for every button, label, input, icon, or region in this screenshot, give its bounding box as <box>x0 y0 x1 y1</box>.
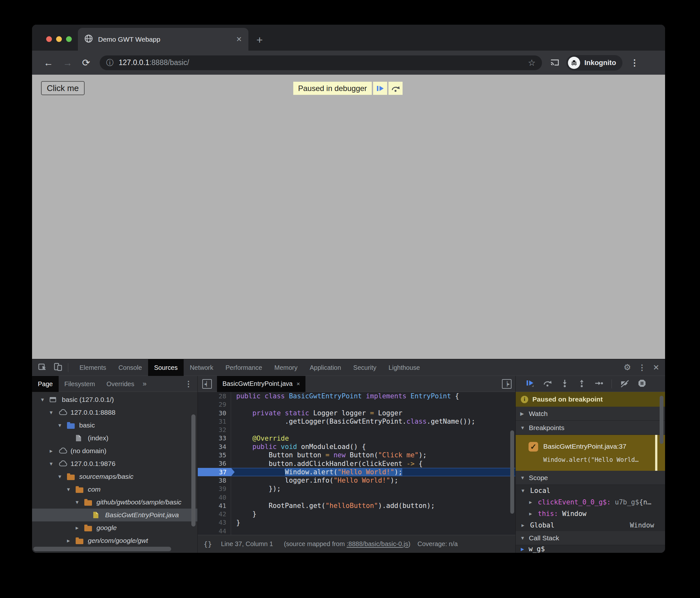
tree-expander-icon[interactable]: ▾ <box>58 473 67 480</box>
editor-scrollbar[interactable] <box>510 430 514 514</box>
maximize-window-button[interactable] <box>66 36 72 42</box>
devtools-tab-lighthouse[interactable]: Lighthouse <box>382 359 426 376</box>
cast-icon[interactable] <box>550 58 559 68</box>
line-number[interactable]: 28 <box>198 392 231 400</box>
scope-global-row[interactable]: ▶ Global Window <box>516 520 665 531</box>
tree-expander-icon[interactable]: ▾ <box>41 396 50 403</box>
step-over-icon[interactable] <box>389 82 403 95</box>
code-line[interactable]: 28public class BasicGwtEntryPoint implem… <box>198 392 516 400</box>
tree-expander-icon[interactable]: ▾ <box>50 409 58 416</box>
line-number[interactable]: 33 <box>198 434 231 442</box>
editor-tab-close-icon[interactable]: × <box>297 380 300 388</box>
line-number[interactable]: 42 <box>198 510 231 518</box>
line-number[interactable]: 40 <box>198 493 231 501</box>
address-bar[interactable]: ⓘ 127.0.0.1:8888/basic/ ☆ <box>100 55 542 70</box>
settings-gear-icon[interactable]: ⚙ <box>624 363 631 372</box>
devtools-tab-application[interactable]: Application <box>303 359 347 376</box>
code-line[interactable]: 43} <box>198 518 516 526</box>
line-number[interactable]: 29 <box>198 400 231 408</box>
line-number[interactable]: 34 <box>198 443 231 451</box>
line-number[interactable]: 31 <box>198 417 231 426</box>
open-file-navigation-icon[interactable]: ▕▸ <box>502 379 511 389</box>
step-out-button[interactable] <box>578 379 586 389</box>
devtools-tab-sources[interactable]: Sources <box>148 359 184 376</box>
debugger-panel-scrollbar[interactable] <box>659 396 664 444</box>
code-line[interactable]: 39 }); <box>198 484 516 493</box>
code-line[interactable]: 42 } <box>198 510 516 518</box>
breakpoint-entry[interactable]: ✓ BasicGwtEntryPoint.java:37 Window.aler… <box>516 435 665 471</box>
code-area[interactable]: 28public class BasicGwtEntryPoint implem… <box>198 392 516 535</box>
site-info-icon[interactable]: ⓘ <box>106 58 114 68</box>
tree-horizontal-scrollbar[interactable] <box>33 547 171 551</box>
tree-item[interactable]: ▾127.0.0.1:8888 <box>32 406 197 419</box>
tree-item[interactable]: ▾com <box>32 483 197 496</box>
device-toolbar-icon[interactable] <box>53 362 63 373</box>
scope-variable-row[interactable]: ▶ this: Window <box>516 508 665 520</box>
scope-variable-row[interactable]: ▶ clickEvent_0_0_g$: u7b_g$ {n… <box>516 496 665 508</box>
code-line[interactable]: 41 RootPanel.get("helloButton").add(butt… <box>198 501 516 510</box>
resume-button[interactable] <box>526 379 534 389</box>
line-number[interactable]: 38 <box>198 476 231 484</box>
line-number[interactable]: 44 <box>198 527 231 535</box>
editor-file-tab[interactable]: BasicGwtEntryPoint.java × <box>217 376 305 392</box>
tree-item[interactable]: BasicGwtEntryPoint.java <box>32 508 197 521</box>
line-number[interactable]: 41 <box>198 501 231 510</box>
devtools-tab-memory[interactable]: Memory <box>268 359 303 376</box>
reload-button[interactable]: ⟳ <box>82 57 90 68</box>
click-me-button[interactable]: Click me <box>41 81 84 95</box>
step-button[interactable] <box>595 379 603 389</box>
forward-button[interactable]: → <box>63 57 72 68</box>
code-line[interactable]: 40 <box>198 493 516 501</box>
code-line[interactable]: 34 public void onModuleLoad() { <box>198 443 516 451</box>
browser-menu-icon[interactable]: ⋮ <box>630 58 639 68</box>
tab-page[interactable]: Page <box>32 376 59 392</box>
toggle-navigator-icon[interactable]: ◂▏ <box>202 379 212 389</box>
code-line-current[interactable]: 37 Window.alert("Hello World!"); <box>198 468 516 476</box>
tree-expander-icon[interactable]: ▾ <box>58 422 67 429</box>
line-number[interactable]: 32 <box>198 426 231 434</box>
tree-item[interactable]: ▾127.0.0.1:9876 <box>32 457 197 470</box>
code-line[interactable]: 30 private static Logger logger = Logger <box>198 409 516 417</box>
close-window-button[interactable] <box>46 36 52 42</box>
breakpoint-checkbox[interactable]: ✓ <box>528 442 538 452</box>
tab-close-icon[interactable]: ✕ <box>236 35 242 44</box>
url-text[interactable]: 127.0.0.1:8888/basic/ <box>119 58 189 67</box>
step-over-button[interactable] <box>543 379 552 389</box>
line-number[interactable]: 37 <box>198 468 231 476</box>
line-number[interactable]: 35 <box>198 451 231 459</box>
line-number[interactable]: 36 <box>198 459 231 468</box>
line-number[interactable]: 43 <box>198 518 231 526</box>
resume-script-icon[interactable] <box>373 82 387 95</box>
code-line[interactable]: 36 button.addClickHandler(clickEvent -> … <box>198 459 516 468</box>
line-number[interactable]: 39 <box>198 484 231 493</box>
tree-item[interactable]: ▸google <box>32 521 197 534</box>
devtools-tab-security[interactable]: Security <box>347 359 382 376</box>
devtools-tab-elements[interactable]: Elements <box>73 359 112 376</box>
breakpoints-section-header[interactable]: ▼ Breakpoints <box>516 421 665 435</box>
devtools-menu-icon[interactable]: ⋮ <box>638 363 646 372</box>
tree-expander-icon[interactable]: ▾ <box>50 460 58 467</box>
code-line[interactable]: 32 <box>198 426 516 434</box>
code-line[interactable]: 44 <box>198 527 516 535</box>
devtools-tab-network[interactable]: Network <box>184 359 219 376</box>
tree-item[interactable]: ▾github/gwtboot/sample/basic <box>32 496 197 508</box>
scope-section-header[interactable]: ▼ Scope <box>516 471 665 485</box>
tree-expander-icon[interactable]: ▾ <box>67 486 76 493</box>
tree-vertical-scrollbar[interactable] <box>191 414 196 526</box>
browser-tab[interactable]: Demo GWT Webapp ✕ <box>78 28 248 51</box>
navigator-menu-icon[interactable]: ⋮ <box>184 379 192 389</box>
deactivate-breakpoints-button[interactable] <box>620 379 629 389</box>
devtools-close-icon[interactable]: ✕ <box>653 363 659 372</box>
code-line[interactable]: 33 @Override <box>198 434 516 442</box>
tree-item[interactable]: (index) <box>32 432 197 445</box>
mapped-file-link[interactable]: :8888/basic/basic-0.js <box>347 540 408 547</box>
code-line[interactable]: 38 logger.info("Hello World!"); <box>198 476 516 484</box>
inspect-element-icon[interactable] <box>38 362 47 373</box>
tab-filesystem[interactable]: Filesystem <box>59 376 101 392</box>
tree-item[interactable]: ▸gen/com/google/gwt <box>32 534 197 547</box>
tree-item[interactable]: ▸(no domain) <box>32 445 197 457</box>
callstack-frame[interactable]: ▶ w_g$ <box>516 545 665 553</box>
tree-expander-icon[interactable]: ▸ <box>67 537 76 544</box>
tree-expander-icon[interactable]: ▸ <box>50 447 58 454</box>
back-button[interactable]: ← <box>44 57 53 68</box>
